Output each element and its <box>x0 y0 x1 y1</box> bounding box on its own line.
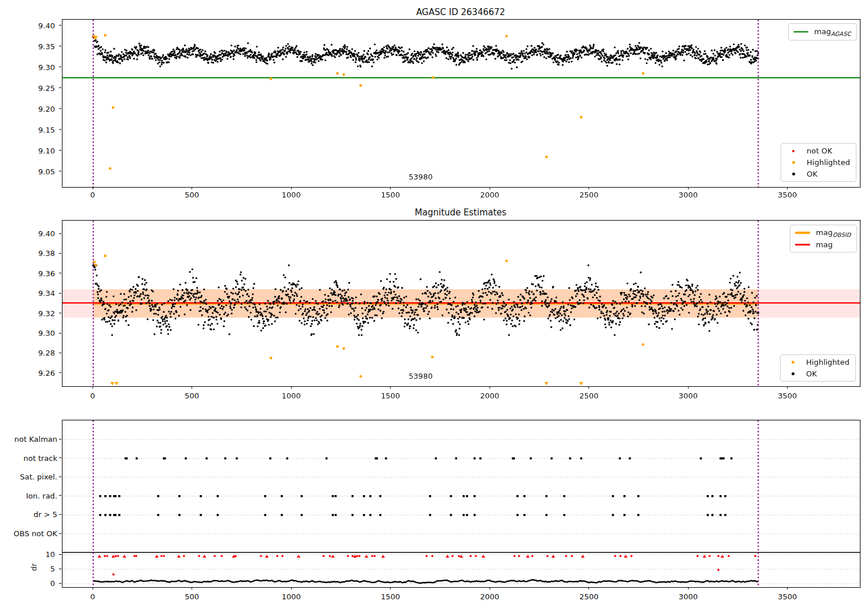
x-tick-mark <box>688 187 689 189</box>
legend-dot-swatch <box>786 150 801 152</box>
legend-dot-icon <box>792 173 795 175</box>
legend-label: magAGASC <box>814 27 851 37</box>
legend-line-icon <box>793 31 808 33</box>
plot2-obsid-annotation: 53980 <box>409 372 432 380</box>
legend-label: magOBSID <box>816 228 851 238</box>
x-tick-label: 2000 <box>476 592 503 601</box>
x-tick-label: 500 <box>178 391 206 400</box>
plot1-magnitudes-axes <box>62 19 860 188</box>
legend-label: mag <box>816 240 833 250</box>
plot1-legend-mag-agasc: magAGASC <box>788 23 857 41</box>
x-tick-mark <box>291 187 292 189</box>
x-tick-mark <box>93 386 93 389</box>
legend-label: Highlighted <box>806 357 849 367</box>
legend-line-icon <box>795 244 810 246</box>
x-tick-mark <box>787 587 788 589</box>
x-tick-label: 3500 <box>774 391 801 400</box>
y-tick-mark <box>59 333 61 334</box>
y-tick-label: 9.25 <box>27 83 55 92</box>
flag-row-label: not Kalman <box>4 435 57 444</box>
legend-label: Highlighted <box>807 158 850 167</box>
y-tick-mark <box>59 129 61 130</box>
legend-dot-swatch <box>786 173 801 175</box>
plot3-flags-axes <box>62 420 860 588</box>
dr-tick-label: 5 <box>27 565 55 573</box>
y-tick-label: 9.10 <box>27 146 55 155</box>
y-tick-label: 9.38 <box>27 249 55 258</box>
x-tick-label: 1500 <box>377 592 404 601</box>
x-tick-label: 3500 <box>774 592 801 601</box>
x-tick-label: 0 <box>79 592 106 601</box>
y-tick-mark <box>59 171 61 171</box>
y-tick-mark <box>59 233 61 234</box>
plot2-mag-estimates-axes <box>62 220 860 387</box>
x-tick-label: 500 <box>178 191 206 199</box>
x-tick-label: 1000 <box>277 391 305 400</box>
plot2-legend-point-status: HighlightedOK <box>780 354 856 382</box>
x-tick-mark <box>688 386 689 389</box>
x-tick-mark <box>390 587 391 589</box>
x-tick-label: 0 <box>79 191 106 199</box>
legend-dot-swatch <box>785 361 800 364</box>
y-tick-mark <box>59 514 61 515</box>
y-tick-mark <box>59 293 61 294</box>
plot2-legend-mag-lines: magOBSIDmag <box>790 225 857 252</box>
legend-entry: magAGASC <box>793 27 851 37</box>
flag-row-label: not track <box>4 453 57 462</box>
x-tick-mark <box>589 187 589 189</box>
x-tick-label: 2500 <box>575 191 603 199</box>
legend-label: OK <box>806 369 817 379</box>
legend-entry: mag <box>795 240 851 250</box>
x-tick-label: 1000 <box>277 592 305 601</box>
y-tick-mark <box>59 457 61 458</box>
x-tick-label: 2000 <box>476 191 503 199</box>
x-tick-mark <box>291 587 292 589</box>
x-tick-label: 2000 <box>476 391 503 400</box>
y-tick-label: 9.30 <box>27 329 55 338</box>
y-tick-mark <box>59 25 61 25</box>
y-tick-label: 9.34 <box>27 289 55 298</box>
legend-line-swatch <box>795 244 810 246</box>
x-tick-mark <box>589 386 589 389</box>
x-tick-label: 500 <box>178 592 206 601</box>
legend-entry: OK <box>786 169 850 179</box>
plot2-data-canvas <box>62 221 860 386</box>
flag-row-label: OBS not OK <box>4 529 57 538</box>
legend-entry: OK <box>785 369 849 379</box>
legend-label-subscript: OBSID <box>833 232 851 238</box>
legend-entry: Highlighted <box>785 357 849 367</box>
x-tick-label: 1500 <box>377 191 404 199</box>
dr-tick-label: 10 <box>27 550 55 559</box>
legend-line-swatch <box>793 31 808 33</box>
x-tick-label: 1500 <box>377 391 404 400</box>
x-tick-mark <box>390 386 391 389</box>
x-tick-mark <box>390 187 391 189</box>
y-tick-mark <box>59 253 61 254</box>
y-tick-mark <box>59 150 61 151</box>
x-tick-label: 1000 <box>277 191 305 199</box>
y-tick-mark <box>59 477 61 477</box>
dr-tick-label: 0 <box>27 579 55 588</box>
y-tick-mark <box>59 495 61 496</box>
y-tick-mark <box>59 569 61 569</box>
legend-dot-swatch <box>786 161 801 164</box>
y-tick-label: 9.26 <box>27 368 55 377</box>
plot1-legend-point-status: not OKHighlightedOK <box>781 143 856 182</box>
y-tick-mark <box>59 67 61 67</box>
y-tick-mark <box>59 554 61 555</box>
y-tick-label: 9.05 <box>27 167 55 175</box>
legend-entry: magOBSID <box>795 228 851 238</box>
y-tick-label: 9.20 <box>27 104 55 113</box>
y-tick-label: 9.36 <box>27 269 55 277</box>
legend-entry: not OK <box>786 146 850 156</box>
x-tick-mark <box>291 386 292 389</box>
legend-line-icon <box>795 232 810 234</box>
y-tick-mark <box>59 372 61 373</box>
legend-label-subscript: AGASC <box>831 31 851 37</box>
y-tick-mark <box>59 108 61 109</box>
x-tick-mark <box>93 587 93 589</box>
legend-entry: Highlighted <box>786 158 850 167</box>
x-tick-mark <box>490 587 490 589</box>
plot1-obsid-annotation: 53980 <box>409 173 432 181</box>
x-tick-mark <box>490 386 490 389</box>
